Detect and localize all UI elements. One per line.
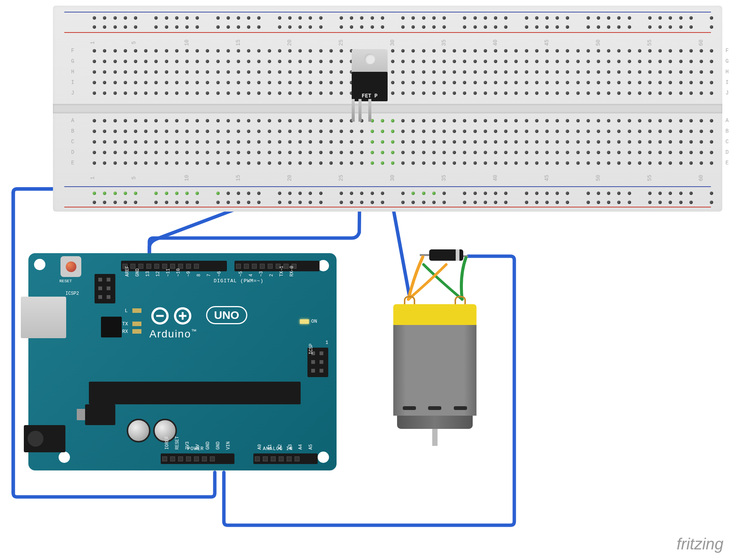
rail-hole (103, 192, 106, 195)
tie-hole (411, 91, 415, 95)
arduino-infinity-logo-icon (149, 306, 199, 326)
tie-hole (648, 81, 652, 84)
rail-hole (113, 192, 117, 195)
led-RX (132, 329, 141, 334)
rail-hole (628, 201, 631, 204)
rail-hole (309, 201, 312, 204)
tie-hole (350, 151, 353, 154)
tie-hole (309, 91, 312, 95)
tie-hole (360, 151, 363, 154)
tie-hole (545, 70, 549, 74)
tie-hole (309, 140, 312, 144)
tie-hole (525, 161, 528, 165)
tie-hole (679, 81, 683, 84)
rail-hole (617, 25, 621, 29)
fritzing-watermark: fritzing (677, 535, 723, 553)
rail-hole (689, 25, 693, 29)
rail-hole (124, 25, 127, 29)
rail-hole (93, 25, 96, 29)
tie-hole (340, 161, 343, 165)
tie-hole (154, 130, 158, 133)
motor-endcap (393, 304, 476, 325)
tie-hole (648, 91, 652, 95)
tie-hole (329, 119, 333, 122)
tie-hole (391, 130, 394, 133)
tie-hole (206, 151, 209, 154)
power-header[interactable] (161, 453, 234, 464)
tie-hole (689, 60, 693, 63)
rail-hole (484, 201, 487, 204)
tie-hole (113, 119, 117, 122)
tie-hole (525, 70, 528, 74)
row-label: I (725, 79, 728, 85)
tie-hole (237, 49, 240, 53)
mosfet-to220: FET P (352, 49, 388, 119)
tie-hole (257, 119, 261, 122)
tie-hole (227, 49, 230, 53)
tie-hole (453, 161, 456, 165)
rail-hole (154, 25, 158, 29)
tie-hole (710, 49, 713, 53)
rail-hole (411, 16, 415, 20)
tie-hole (638, 151, 641, 154)
tie-hole (710, 60, 713, 63)
rail-hole (535, 25, 538, 29)
tie-hole (175, 130, 178, 133)
tie-hole (247, 140, 250, 144)
arduino-brand-text: Arduino™ (149, 328, 197, 340)
rail-hole (93, 16, 96, 20)
tie-hole (689, 119, 693, 122)
mount-hole (318, 452, 329, 463)
tie-hole (648, 49, 652, 53)
wire-motor-cross-orange (408, 265, 446, 299)
col-number: 15 (235, 175, 241, 181)
tie-hole (268, 161, 271, 165)
tie-hole (422, 140, 425, 144)
tie-hole (566, 119, 569, 122)
tie-hole (473, 49, 477, 53)
rail-hole (154, 192, 158, 195)
tie-hole (566, 60, 569, 63)
rail-hole (381, 25, 384, 29)
rail-hole (535, 201, 538, 204)
tie-hole (216, 151, 220, 154)
tie-hole (545, 91, 549, 95)
tie-hole (216, 130, 220, 133)
tie-hole (319, 130, 323, 133)
tie-hole (319, 161, 323, 165)
rail-hole (298, 25, 302, 29)
rail-hole (432, 16, 436, 20)
tie-hole (463, 49, 466, 53)
tie-hole (648, 151, 652, 154)
col-number: 45 (544, 40, 550, 46)
rail-hole (227, 192, 230, 195)
tie-hole (298, 60, 302, 63)
pin-label-8: 8 (196, 274, 202, 277)
pin-label-AREF: AREF (125, 266, 130, 277)
tie-hole (154, 70, 158, 74)
tie-hole (268, 140, 271, 144)
tie-hole (278, 119, 281, 122)
led-ON (300, 319, 309, 324)
tie-hole (165, 130, 168, 133)
reset-button[interactable] (61, 256, 81, 277)
digital-header-right[interactable] (234, 261, 320, 271)
pin-label-VIN: VIN (226, 441, 231, 450)
tie-hole (525, 151, 528, 154)
tie-hole (556, 151, 559, 154)
tie-hole (124, 161, 127, 165)
analog-header[interactable] (253, 453, 318, 464)
barrel-jack[interactable] (24, 425, 65, 452)
rail-hole (494, 201, 497, 204)
tie-hole (556, 70, 559, 74)
usb-b-port[interactable] (21, 297, 66, 338)
tie-hole (463, 70, 466, 74)
rail-hole (566, 201, 569, 204)
tie-hole (442, 161, 446, 165)
tie-hole (442, 49, 446, 53)
tie-hole (514, 60, 518, 63)
motor-shaft (432, 429, 438, 446)
pin-label-~3: ~3 (259, 271, 264, 277)
pin-label-A1: A1 (267, 444, 273, 450)
tie-hole (298, 130, 302, 133)
